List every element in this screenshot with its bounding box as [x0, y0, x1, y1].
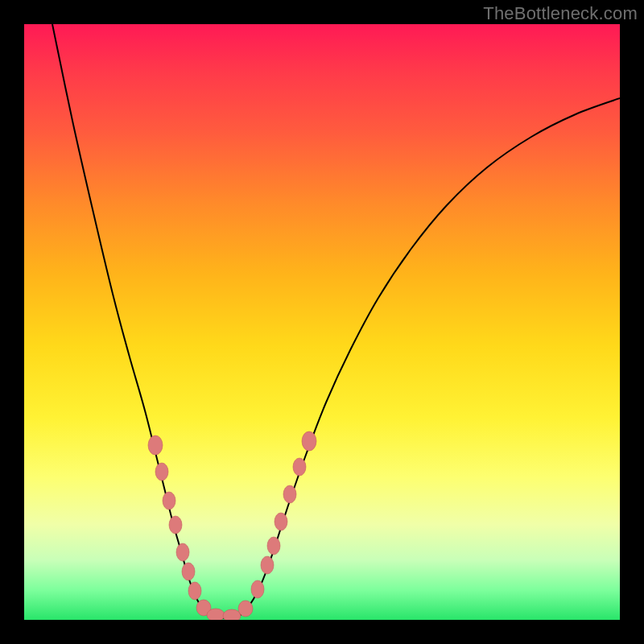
chart-plot-area — [24, 24, 620, 620]
curve-marker — [293, 458, 306, 476]
curve-marker — [283, 485, 296, 503]
curve-marker — [182, 563, 195, 580]
curve-marker — [188, 582, 201, 600]
marker-group — [148, 431, 316, 620]
curve-marker — [207, 609, 225, 620]
chart-svg — [24, 24, 620, 620]
curve-marker — [267, 537, 280, 555]
curve-marker — [163, 492, 175, 510]
curve-marker — [155, 463, 168, 481]
curve-marker — [302, 431, 316, 451]
curve-marker — [223, 609, 241, 620]
curve-marker — [238, 601, 253, 617]
curve-marker — [275, 513, 287, 530]
curve-marker — [148, 436, 163, 455]
bottleneck-curve — [52, 24, 620, 618]
curve-marker — [169, 516, 182, 534]
watermark-text: TheBottleneck.com — [483, 3, 638, 24]
chart-frame: TheBottleneck.com — [0, 0, 644, 644]
curve-marker — [261, 556, 274, 574]
curve-marker — [176, 543, 189, 561]
curve-marker — [251, 580, 264, 598]
